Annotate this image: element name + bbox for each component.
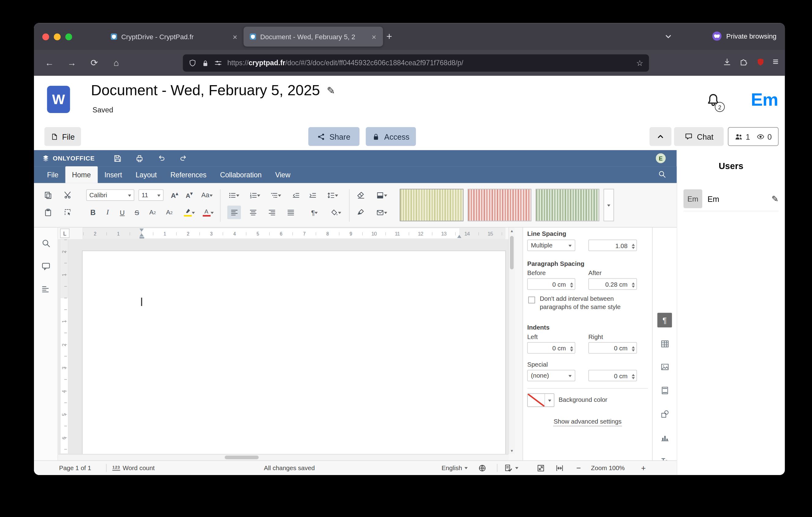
style-preview-3[interactable] (536, 189, 599, 221)
document-canvas[interactable] (58, 239, 509, 454)
redo-icon[interactable] (179, 154, 187, 162)
print-icon[interactable] (135, 154, 144, 162)
nonprinting-characters-button[interactable]: ¶ (306, 206, 323, 219)
clear-formatting-button[interactable] (354, 188, 367, 202)
line-spacing-select[interactable]: Multiple (527, 240, 575, 251)
decrease-indent-button[interactable] (289, 188, 302, 202)
spinner-down-icon[interactable] (632, 377, 635, 381)
font-size-select[interactable]: 11 (139, 189, 164, 201)
user-list-item[interactable]: Em Em ✎ (684, 187, 779, 211)
increase-indent-button[interactable] (306, 188, 319, 202)
word-count-button[interactable]: 123 Word count (112, 461, 154, 475)
fit-to-page-button[interactable] (536, 461, 545, 475)
participants-button[interactable]: 1 0 (728, 127, 779, 146)
chart-settings-icon[interactable] (657, 430, 672, 445)
navigation-headings-icon[interactable] (41, 284, 51, 294)
bookmark-star-icon[interactable]: ☆ (636, 58, 643, 68)
search-icon[interactable] (658, 170, 666, 178)
copy-button[interactable] (41, 188, 55, 202)
spinner-up-icon[interactable] (570, 281, 573, 284)
scroll-up-arrow[interactable]: ▲ (509, 229, 515, 233)
zoom-in-button[interactable]: + (641, 461, 646, 475)
paragraph-shading-button[interactable] (373, 188, 390, 202)
notifications-bell-icon[interactable]: 2 (706, 92, 724, 111)
menu-hamburger-icon[interactable]: ≡ (773, 56, 779, 68)
spinner-down-icon[interactable] (632, 247, 635, 250)
spinner-up-icon[interactable] (570, 345, 573, 348)
forward-button[interactable]: → (65, 56, 79, 70)
list-tabs-chevron-icon[interactable] (664, 32, 672, 41)
subscript-button[interactable]: A2 (163, 206, 176, 219)
edit-name-pencil-icon[interactable]: ✎ (772, 194, 779, 204)
special-select[interactable]: (none) (527, 370, 575, 381)
copy-style-button[interactable] (354, 206, 367, 219)
line-spacing-button[interactable] (323, 188, 341, 202)
styles-gallery-expand-button[interactable] (604, 189, 614, 221)
increase-font-button[interactable]: A▴ (168, 188, 181, 202)
language-select[interactable]: English (441, 461, 468, 475)
bold-button[interactable]: B (86, 206, 100, 219)
close-tab-icon[interactable]: × (370, 32, 378, 41)
bullet-list-button[interactable] (225, 188, 242, 202)
spinner-up-icon[interactable] (632, 373, 635, 376)
indent-left-spinner[interactable]: 0 cm (527, 342, 575, 354)
collapse-toolbar-button[interactable] (649, 127, 672, 146)
undo-icon[interactable] (157, 154, 166, 162)
font-color-button[interactable]: A (199, 206, 217, 219)
style-preview-2[interactable] (468, 189, 531, 221)
document-language-globe-icon[interactable] (478, 461, 487, 475)
decrease-font-button[interactable]: A▾ (182, 188, 196, 202)
header-footer-settings-icon[interactable] (657, 383, 672, 398)
tab-stop-selector[interactable]: L (60, 228, 69, 238)
rename-pencil-icon[interactable]: ✎ (327, 84, 335, 97)
shading-fill-button[interactable] (326, 206, 344, 219)
spinner-down-icon[interactable] (570, 285, 573, 289)
tab-view[interactable]: View (268, 166, 297, 183)
tab-layout[interactable]: Layout (129, 166, 164, 183)
file-menu-button[interactable]: File (45, 127, 81, 146)
scroll-down-arrow[interactable]: ▼ (509, 449, 515, 452)
url-bar[interactable]: https://cryptpad.fr/doc/#/3/doc/edit/ff0… (183, 55, 649, 72)
downloads-icon[interactable] (723, 57, 731, 66)
spinner-down-icon[interactable] (570, 350, 573, 353)
tab-references[interactable]: References (164, 166, 213, 183)
spinner-up-icon[interactable] (632, 242, 635, 246)
vertical-scrollbar[interactable]: ▲ ▼ (509, 227, 515, 454)
table-settings-icon[interactable] (657, 336, 672, 351)
minimize-window-button[interactable] (54, 33, 61, 40)
hanging-indent-marker[interactable] (139, 234, 144, 237)
justify-button[interactable] (284, 206, 297, 219)
align-center-button[interactable] (246, 206, 259, 219)
spinner-up-icon[interactable] (632, 345, 635, 348)
style-preview-normal[interactable] (400, 189, 464, 221)
superscript-button[interactable]: A2 (146, 206, 159, 219)
multilevel-list-button[interactable] (267, 188, 284, 202)
save-icon[interactable] (114, 154, 122, 162)
mail-merge-button[interactable] (373, 206, 390, 219)
scrollbar-thumb[interactable] (510, 236, 514, 269)
account-avatar[interactable]: Em (751, 89, 778, 110)
indent-right-spinner[interactable]: 0 cm (588, 342, 637, 354)
close-window-button[interactable] (42, 33, 49, 40)
extensions-puzzle-icon[interactable] (739, 57, 748, 66)
find-search-icon[interactable] (41, 239, 51, 248)
spinner-down-icon[interactable] (632, 285, 635, 289)
left-indent-marker[interactable] (139, 237, 144, 239)
background-color-picker[interactable] (527, 393, 554, 407)
cut-button[interactable] (61, 188, 75, 202)
ublock-icon[interactable] (756, 57, 765, 66)
share-button[interactable]: Share (309, 127, 359, 146)
reload-button[interactable]: ⟳ (87, 56, 101, 70)
paste-button[interactable] (41, 206, 55, 219)
collaborator-avatar[interactable]: E (656, 153, 665, 163)
tab-insert[interactable]: Insert (97, 166, 129, 183)
permissions-sliders-icon[interactable] (214, 59, 222, 67)
select-all-button[interactable] (61, 206, 75, 219)
spell-check-button[interactable] (504, 461, 518, 475)
new-tab-button[interactable]: + (382, 29, 397, 44)
browser-tab-cryptdrive[interactable]: CryptDrive - CryptPad.fr × (105, 27, 244, 47)
tab-collaboration[interactable]: Collaboration (213, 166, 268, 183)
chat-button[interactable]: Chat (674, 127, 724, 146)
image-settings-icon[interactable] (657, 359, 672, 374)
align-right-button[interactable] (265, 206, 279, 219)
